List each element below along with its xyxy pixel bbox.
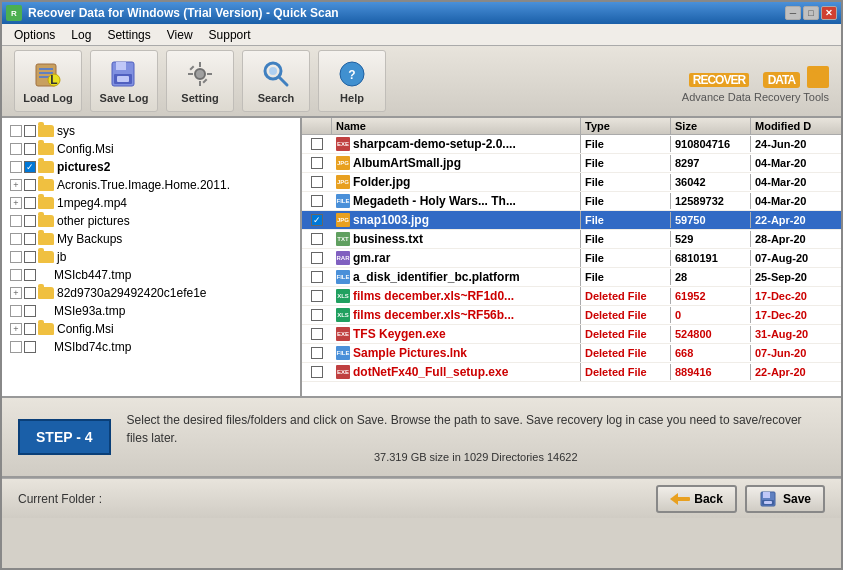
- tree-item-msibd74c[interactable]: MSIbd74c.tmp: [6, 338, 296, 356]
- tree-item-jb[interactable]: jb: [6, 248, 296, 266]
- row-check[interactable]: [302, 174, 332, 190]
- check-mybackups[interactable]: [24, 233, 36, 245]
- close-button[interactable]: ✕: [821, 6, 837, 20]
- tree-item-configmsi[interactable]: Config.Msi: [6, 140, 296, 158]
- check-msibd74c[interactable]: [24, 341, 36, 353]
- menu-options[interactable]: Options: [6, 26, 63, 44]
- row-check[interactable]: [302, 345, 332, 361]
- table-row[interactable]: RAR gm.rar File 6810191 07-Aug-20: [302, 249, 841, 268]
- item-label: Acronis.True.Image.Home.2011.: [57, 178, 230, 192]
- menu-settings[interactable]: Settings: [99, 26, 158, 44]
- tree-scroll[interactable]: sys Config.Msi ✓ pictures2 + Ac: [2, 118, 300, 396]
- back-button[interactable]: Back: [656, 485, 737, 513]
- row-check[interactable]: ✓: [302, 212, 332, 228]
- tree-item-mybackups[interactable]: My Backups: [6, 230, 296, 248]
- tree-item-1mpeg4[interactable]: + 1mpeg4.mp4: [6, 194, 296, 212]
- table-row[interactable]: JPG AlbumArtSmall.jpg File 8297 04-Mar-2…: [302, 154, 841, 173]
- expand-icon[interactable]: [10, 215, 22, 227]
- table-row[interactable]: XLS films december.xls~RF56b... Deleted …: [302, 306, 841, 325]
- row-checkbox[interactable]: [311, 328, 323, 340]
- table-row[interactable]: FILE Megadeth - Holy Wars... Th... File …: [302, 192, 841, 211]
- expand-icon[interactable]: +: [10, 197, 22, 209]
- check-configmsi[interactable]: [24, 143, 36, 155]
- tree-item-pictures2[interactable]: ✓ pictures2: [6, 158, 296, 176]
- row-checkbox[interactable]: [311, 157, 323, 169]
- row-check[interactable]: [302, 231, 332, 247]
- row-check[interactable]: [302, 364, 332, 380]
- tree-item-msicb447[interactable]: MSIcb447.tmp: [6, 266, 296, 284]
- expand-icon[interactable]: [10, 341, 22, 353]
- check-configmsi2[interactable]: [24, 323, 36, 335]
- row-checkbox[interactable]: [311, 347, 323, 359]
- maximize-button[interactable]: □: [803, 6, 819, 20]
- file-rows[interactable]: EXE sharpcam-demo-setup-2.0.... File 910…: [302, 135, 841, 396]
- check-msicb447[interactable]: [24, 269, 36, 281]
- search-button[interactable]: Search: [242, 50, 310, 112]
- expand-icon[interactable]: +: [10, 323, 22, 335]
- table-row[interactable]: EXE TFS Keygen.exe Deleted File 524800 3…: [302, 325, 841, 344]
- check-1mpeg4[interactable]: [24, 197, 36, 209]
- table-row[interactable]: JPG Folder.jpg File 36042 04-Mar-20: [302, 173, 841, 192]
- table-row[interactable]: FILE a_disk_identifier_bc.platform File …: [302, 268, 841, 287]
- row-check[interactable]: [302, 307, 332, 323]
- expand-icon[interactable]: [10, 125, 22, 137]
- minimize-button[interactable]: ─: [785, 6, 801, 20]
- row-checkbox[interactable]: [311, 138, 323, 150]
- row-checkbox[interactable]: [311, 366, 323, 378]
- table-row[interactable]: EXE sharpcam-demo-setup-2.0.... File 910…: [302, 135, 841, 154]
- help-button[interactable]: ? Help: [318, 50, 386, 112]
- row-size: 668: [671, 345, 751, 361]
- table-row[interactable]: FILE Sample Pictures.lnk Deleted File 66…: [302, 344, 841, 363]
- expand-icon[interactable]: [10, 233, 22, 245]
- expand-icon[interactable]: [10, 269, 22, 281]
- save-log-button[interactable]: Save Log: [90, 50, 158, 112]
- menu-log[interactable]: Log: [63, 26, 99, 44]
- row-checkbox[interactable]: [311, 176, 323, 188]
- file-panel: Name Type Size Modified D EXE sharpcam-d…: [302, 118, 841, 396]
- table-row[interactable]: EXE dotNetFx40_Full_setup.exe Deleted Fi…: [302, 363, 841, 382]
- check-sys[interactable]: [24, 125, 36, 137]
- row-check[interactable]: [302, 326, 332, 342]
- expand-icon[interactable]: [10, 251, 22, 263]
- table-row[interactable]: ✓ JPG snap1003.jpg File 59750 22-Apr-20: [302, 211, 841, 230]
- row-check[interactable]: [302, 136, 332, 152]
- expand-icon[interactable]: +: [10, 179, 22, 191]
- check-acronis[interactable]: [24, 179, 36, 191]
- load-log-button[interactable]: L Load Log: [14, 50, 82, 112]
- tree-item-acronis[interactable]: + Acronis.True.Image.Home.2011.: [6, 176, 296, 194]
- row-checkbox[interactable]: [311, 195, 323, 207]
- row-checkbox[interactable]: [311, 290, 323, 302]
- check-pictures2[interactable]: ✓: [24, 161, 36, 173]
- row-type: File: [581, 136, 671, 152]
- tree-item-82d9730[interactable]: + 82d9730a29492420c1efe1e: [6, 284, 296, 302]
- row-checkbox[interactable]: [311, 233, 323, 245]
- tree-item-configmsi2[interactable]: + Config.Msi: [6, 320, 296, 338]
- row-checkbox[interactable]: [311, 252, 323, 264]
- expand-icon[interactable]: [10, 161, 22, 173]
- check-82d9730[interactable]: [24, 287, 36, 299]
- row-checkbox[interactable]: ✓: [311, 214, 323, 226]
- menu-view[interactable]: View: [159, 26, 201, 44]
- row-checkbox[interactable]: [311, 271, 323, 283]
- row-check[interactable]: [302, 288, 332, 304]
- check-other-pictures[interactable]: [24, 215, 36, 227]
- row-check[interactable]: [302, 250, 332, 266]
- setting-button[interactable]: Setting: [166, 50, 234, 112]
- check-msie93a[interactable]: [24, 305, 36, 317]
- menu-support[interactable]: Support: [201, 26, 259, 44]
- tree-item-sys[interactable]: sys: [6, 122, 296, 140]
- row-check[interactable]: [302, 155, 332, 171]
- expand-icon[interactable]: [10, 143, 22, 155]
- svg-rect-25: [763, 492, 770, 498]
- row-checkbox[interactable]: [311, 309, 323, 321]
- table-row[interactable]: XLS films december.xls~RF1d0... Deleted …: [302, 287, 841, 306]
- row-check[interactable]: [302, 193, 332, 209]
- tree-item-other-pictures[interactable]: other pictures: [6, 212, 296, 230]
- save-button[interactable]: Save: [745, 485, 825, 513]
- expand-icon[interactable]: +: [10, 287, 22, 299]
- check-jb[interactable]: [24, 251, 36, 263]
- row-check[interactable]: [302, 269, 332, 285]
- expand-icon[interactable]: [10, 305, 22, 317]
- tree-item-msie93a[interactable]: MSIe93a.tmp: [6, 302, 296, 320]
- table-row[interactable]: TXT business.txt File 529 28-Apr-20: [302, 230, 841, 249]
